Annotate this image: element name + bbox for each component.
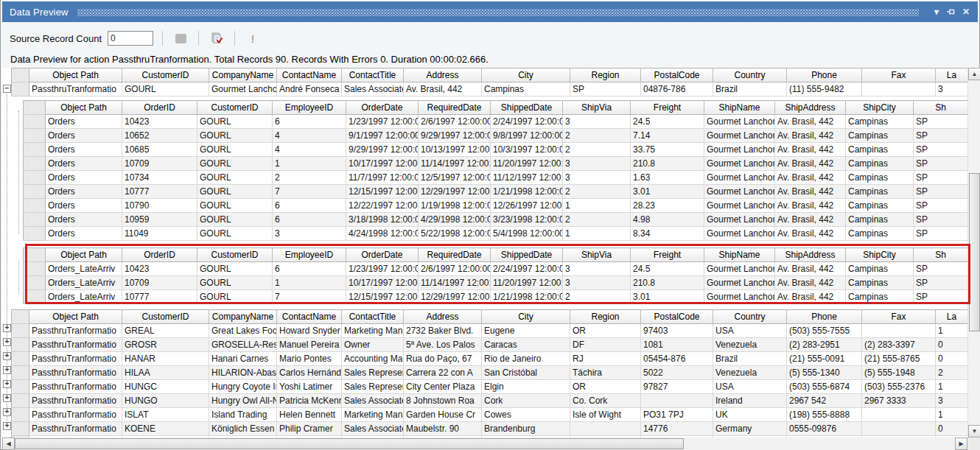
column-header-shipvia[interactable]: ShipVia: [563, 248, 631, 262]
grid-cell[interactable]: 7: [273, 185, 346, 199]
grid-cell[interactable]: Yoshi Latimer: [277, 380, 342, 394]
column-header-address[interactable]: Address: [404, 310, 482, 324]
grid-cell[interactable]: Patricia McKenna: [277, 394, 342, 408]
title-bar[interactable]: Data Preview ▾ ✕: [2, 1, 978, 22]
grid-cell[interactable]: Orders_LateArriv: [46, 276, 122, 290]
grid-cell[interactable]: 1: [936, 380, 968, 394]
grid-cell[interactable]: 12/29/1997 12:00:: [419, 290, 491, 304]
grid-cell[interactable]: GOURL: [197, 115, 273, 129]
column-header-shipcity[interactable]: ShipCity: [846, 101, 914, 115]
column-header-shipname[interactable]: ShipName: [704, 248, 775, 262]
grid-cell[interactable]: Campinas: [846, 276, 914, 290]
grid-cell[interactable]: Great Lakes Food: [209, 324, 277, 338]
grid-cell[interactable]: 2732 Baker Blvd.: [404, 324, 482, 338]
grid-cell[interactable]: Gourmet Lanchon: [704, 115, 775, 129]
row-header[interactable]: [24, 276, 46, 290]
grid-cell[interactable]: (503) 555-2376: [862, 380, 936, 394]
grid-cell[interactable]: City Center Plaza: [404, 380, 482, 394]
grid-cell[interactable]: 2967 3333: [862, 394, 936, 408]
grid-cell[interactable]: 10652: [122, 129, 197, 143]
column-header-shipname[interactable]: ShipName: [704, 101, 775, 115]
grid-cell[interactable]: 2/6/1997 12:00:00: [419, 115, 491, 129]
grid-cell[interactable]: 10/13/1997 12:00:: [419, 143, 491, 157]
grid-cell[interactable]: 5022: [641, 366, 713, 380]
column-header-shipaddress[interactable]: ShipAddress: [775, 101, 846, 115]
column-header-shippeddate[interactable]: ShippedDate: [491, 248, 563, 262]
grid-cell[interactable]: 9/1/1997 12:00:00: [346, 129, 419, 143]
column-header-contacttitle[interactable]: ContactTitle: [342, 68, 404, 82]
column-header-city[interactable]: City: [482, 310, 570, 324]
grid-cell[interactable]: 6: [273, 199, 346, 213]
grid-cell[interactable]: Elgin: [482, 380, 570, 394]
scroll-left-button[interactable]: ◀: [2, 437, 15, 450]
grid-cell[interactable]: 1081: [641, 338, 713, 352]
grid-cell[interactable]: 3.01: [631, 185, 704, 199]
grid-cell[interactable]: GREAL: [122, 324, 209, 338]
grid-cell[interactable]: Brandenburg: [482, 422, 570, 436]
grid-cell[interactable]: 2: [936, 366, 968, 380]
grid-cell[interactable]: 10709: [122, 276, 197, 290]
grid-cell[interactable]: Germany: [713, 422, 787, 436]
grid-cell[interactable]: 05454-876: [641, 352, 713, 366]
grid-cell[interactable]: 11/20/1997 12:00:: [491, 276, 563, 290]
grid-cell[interactable]: (21) 555-0091: [787, 352, 862, 366]
column-header-customerid[interactable]: CustomerID: [197, 248, 273, 262]
column-header-requireddate[interactable]: RequiredDate: [419, 248, 491, 262]
grid-cell[interactable]: PassthruTranformatio: [29, 82, 122, 96]
grid-cell[interactable]: 1: [273, 276, 346, 290]
grid-cell[interactable]: Rio de Janeiro: [482, 352, 570, 366]
grid-cell[interactable]: Gourmet Lanchon: [704, 276, 775, 290]
grid-cell[interactable]: Eugene: [482, 324, 570, 338]
column-header-contactname[interactable]: ContactName: [277, 310, 342, 324]
column-header-shippeddate[interactable]: ShippedDate: [491, 101, 563, 115]
grid-cell[interactable]: Carrera 22 con A: [404, 366, 482, 380]
grid-cell[interactable]: Hanari Carnes: [209, 352, 277, 366]
grid-cell[interactable]: (5) 555-1340: [787, 366, 862, 380]
row-header[interactable]: [12, 82, 29, 96]
grid-cell[interactable]: (21) 555-8765: [862, 352, 936, 366]
grid-cell[interactable]: Gourmet Lanchon: [704, 199, 775, 213]
grid-cell[interactable]: 210.8: [631, 276, 704, 290]
grid-cell[interactable]: Sales Associate: [342, 422, 404, 436]
column-header-orderid[interactable]: OrderID: [122, 248, 197, 262]
grid-cell[interactable]: Gourmet Lanchon: [704, 157, 775, 171]
grid-cell[interactable]: 5/4/1998 12:00:00: [491, 227, 563, 241]
grid-cell[interactable]: PassthruTranformatio: [29, 324, 122, 338]
grid-cell[interactable]: [862, 408, 936, 422]
grid-cell[interactable]: 2: [563, 129, 631, 143]
grid-cell[interactable]: Sales Associate: [342, 82, 404, 96]
grid-cell[interactable]: 6: [273, 213, 346, 227]
column-header-phone[interactable]: Phone: [787, 310, 862, 324]
grid-cell[interactable]: Garden House Cr: [404, 408, 482, 422]
grid-cell[interactable]: Owner: [342, 338, 404, 352]
row-header[interactable]: [12, 408, 29, 422]
grid-cell[interactable]: 10959: [122, 213, 197, 227]
horizontal-scroll-thumb[interactable]: [15, 438, 684, 449]
grid-cell[interactable]: Ireland: [713, 394, 787, 408]
grid-cell[interactable]: 0555-09876: [787, 422, 862, 436]
auto-hide-pin-icon[interactable]: [944, 4, 959, 19]
grid-cell[interactable]: GOURL: [197, 129, 273, 143]
scroll-right-button[interactable]: ▶: [955, 437, 967, 450]
grid-cell[interactable]: Mario Pontes: [277, 352, 342, 366]
column-header-customerid[interactable]: CustomerID: [122, 310, 209, 324]
grid-cell[interactable]: (5) 555-1948: [862, 366, 936, 380]
grid-cell[interactable]: 3: [563, 171, 631, 185]
grid-cell[interactable]: SP: [570, 82, 641, 96]
grid-cell[interactable]: Philip Cramer: [277, 422, 342, 436]
grid-cell[interactable]: 3.01: [631, 290, 704, 304]
row-header-corner[interactable]: [24, 101, 46, 115]
column-header-freight[interactable]: Freight: [631, 101, 704, 115]
grid-cell[interactable]: 1: [563, 227, 631, 241]
column-header-country[interactable]: Country: [713, 310, 787, 324]
grid-cell[interactable]: GOURL: [197, 227, 273, 241]
grid-cell[interactable]: Av. Brasil, 442: [775, 262, 846, 276]
row-header[interactable]: [12, 338, 29, 352]
grid-cell[interactable]: 33.75: [631, 143, 704, 157]
grid-cell[interactable]: Manuel Pereira: [277, 338, 342, 352]
expand-toggle[interactable]: +: [3, 408, 11, 416]
column-header-object-path[interactable]: Object Path: [46, 248, 122, 262]
close-icon[interactable]: ✕: [959, 4, 973, 19]
grid-cell[interactable]: 8 Johnstown Roa: [404, 394, 482, 408]
grid-cell[interactable]: Campinas: [482, 82, 570, 96]
